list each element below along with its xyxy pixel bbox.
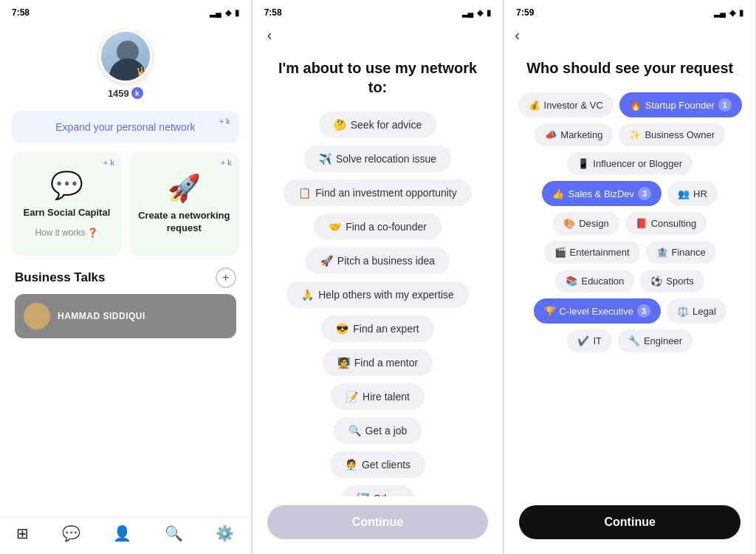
earn-social-card[interactable]: + k 💬 Earn Social Capital How it works ❓ (12, 152, 122, 256)
option-label-4: Pitch a business idea (337, 255, 435, 267)
continue-button-2[interactable]: Continue (267, 505, 489, 539)
tag-emoji-14: ⚖️ (677, 306, 689, 317)
status-bar-1: 7:58 ▂▄ ◈ ▮ (0, 0, 251, 21)
option-label-9: Get a job (365, 425, 408, 437)
wifi-icon-3: ◈ (729, 8, 735, 18)
tag-emoji-1: 🔥 (630, 100, 642, 111)
audience-tag-3[interactable]: ✨Business Owner (619, 123, 725, 146)
continue-wrap-2: Continue (252, 496, 504, 554)
audience-tag-12[interactable]: ⚽Sports (640, 270, 704, 293)
tag-count-13: 3 (637, 304, 650, 318)
biz-avatar (24, 303, 50, 329)
time-3: 7:59 (516, 7, 534, 18)
business-talks-section: Business Talks + HAMMAD SIDDIQUI (12, 267, 239, 338)
tag-label-6: HR (693, 188, 707, 199)
audience-tag-2[interactable]: 📣Marketing (535, 123, 613, 146)
network-option-10[interactable]: 🧑‍💼Get clients (330, 451, 425, 478)
tag-label-9: Entertainment (570, 247, 630, 258)
expand-network-card[interactable]: + k Expand your personal network (12, 111, 239, 143)
earn-social-title: Earn Social Capital (24, 207, 111, 219)
audience-tag-14[interactable]: ⚖️Legal (667, 298, 726, 324)
how-it-works[interactable]: How it works ❓ (35, 228, 98, 238)
network-option-2[interactable]: 📋Find an investment opportunity (284, 179, 471, 206)
create-request-title: Create a networking request (137, 210, 232, 235)
option-emoji-0: 🤔 (334, 119, 346, 131)
settings-icon: ⚙️ (216, 524, 234, 542)
option-label-5: Help others with my expertise (318, 289, 454, 301)
phone2-content: ‹ I'm about to use my network to: 🤔Seek … (252, 21, 504, 554)
tag-label-5: Sales & BizDev (568, 188, 634, 199)
wifi-icon: ◈ (225, 8, 231, 18)
tag-emoji-12: ⚽ (650, 276, 662, 287)
avatar-section: 👑 1459 k (12, 30, 239, 99)
nav-chat[interactable]: 💬 (62, 524, 80, 542)
tag-label-1: Startup Founder (645, 100, 715, 111)
tag-emoji-15: ✔️ (577, 335, 589, 346)
tag-label-15: IT (593, 335, 602, 346)
crown-badge: 👑 (137, 66, 152, 82)
avatar: 👑 (99, 30, 152, 83)
audience-tag-7[interactable]: 🎨Design (553, 212, 619, 235)
tag-label-2: Marketing (560, 129, 602, 140)
tag-label-13: C-level Executive (560, 306, 633, 317)
audience-tag-13[interactable]: 🏆C-level Executive3 (534, 298, 661, 324)
network-option-9[interactable]: 🔍Get a job (334, 417, 422, 444)
option-label-3: Find a co-founder (346, 221, 427, 233)
nav-settings[interactable]: ⚙️ (216, 524, 234, 542)
network-options-list: 🤔Seek for advice✈️Solve relocation issue… (267, 112, 489, 554)
tag-label-7: Design (579, 218, 608, 229)
back-button-2[interactable]: ‹ (267, 21, 489, 49)
business-card-preview[interactable]: HAMMAD SIDDIQUI (15, 294, 236, 338)
continue-button-3[interactable]: Continue (519, 505, 740, 539)
network-option-0[interactable]: 🤔Seek for advice (319, 112, 437, 138)
status-bar-2: 7:58 ▂▄ ◈ ▮ (252, 0, 504, 21)
tag-label-12: Sports (666, 276, 694, 287)
tag-emoji-2: 📣 (545, 129, 557, 140)
network-option-7[interactable]: 🧑‍🏫Find a mentor (323, 349, 433, 376)
tag-label-3: Business Owner (645, 129, 715, 140)
audience-tag-9[interactable]: 🎬Entertainment (544, 241, 640, 264)
nav-search[interactable]: 🔍 (165, 524, 183, 542)
time-2: 7:58 (264, 7, 282, 18)
add-talk-button[interactable]: + (216, 267, 236, 288)
tag-emoji-13: 🏆 (544, 306, 556, 317)
phone-2: 7:58 ▂▄ ◈ ▮ ‹ I'm about to use my networ… (252, 0, 504, 554)
tag-label-10: Finance (672, 247, 706, 258)
tag-emoji-9: 🎬 (554, 247, 566, 258)
home-icon: ⊞ (16, 524, 29, 542)
nav-home[interactable]: ⊞ (16, 524, 29, 542)
network-option-4[interactable]: 🚀Pitch a business idea (306, 247, 450, 274)
signal-icon-3: ▂▄ (714, 8, 726, 18)
audience-tag-16[interactable]: 🔧Engineer (618, 329, 693, 352)
network-option-3[interactable]: 🤝Find a co-founder (314, 213, 441, 240)
option-label-6: Find an expert (353, 323, 419, 335)
create-request-card[interactable]: + k 🚀 Create a networking request (129, 152, 239, 256)
nav-people[interactable]: 👤 (113, 524, 131, 542)
audience-tag-0[interactable]: 💰Investor & VC (518, 92, 614, 117)
signal-icon: ▂▄ (210, 8, 221, 18)
option-label-7: Find a mentor (354, 357, 418, 369)
back-button-3[interactable]: ‹ (515, 21, 745, 49)
tag-emoji-0: 💰 (529, 100, 540, 111)
network-option-6[interactable]: 😎Find an expert (321, 315, 434, 342)
option-label-0: Seek for advice (351, 119, 422, 131)
network-option-8[interactable]: 📝Hire talent (331, 383, 425, 410)
audience-tag-10[interactable]: 🏦Finance (646, 241, 716, 264)
option-emoji-2: 📋 (298, 187, 311, 199)
audience-tag-15[interactable]: ✔️IT (567, 329, 612, 352)
audience-tag-5[interactable]: 👍Sales & BizDev3 (542, 181, 662, 206)
option-emoji-8: 📝 (346, 391, 358, 403)
audience-tag-1[interactable]: 🔥Startup Founder1 (619, 92, 742, 117)
status-bar-3: 7:59 ▂▄ ◈ ▮ (504, 0, 755, 21)
audience-tag-8[interactable]: 📕Consulting (625, 212, 707, 235)
option-label-8: Hire talent (362, 391, 410, 403)
network-option-1[interactable]: ✈️Solve relocation issue (304, 146, 451, 172)
tag-count-1: 1 (718, 98, 732, 112)
audience-tag-11[interactable]: 📚Education (555, 270, 634, 293)
audience-tag-4[interactable]: 📱Influencer or Blogger (567, 152, 693, 175)
network-option-5[interactable]: 🙏Help others with my expertise (286, 281, 469, 308)
phone1-content: 👑 1459 k + k Expand your personal networ… (0, 21, 251, 516)
audience-tag-6[interactable]: 👥HR (667, 181, 718, 206)
option-emoji-9: 🔍 (348, 425, 361, 437)
tag-count-5: 3 (638, 187, 651, 200)
